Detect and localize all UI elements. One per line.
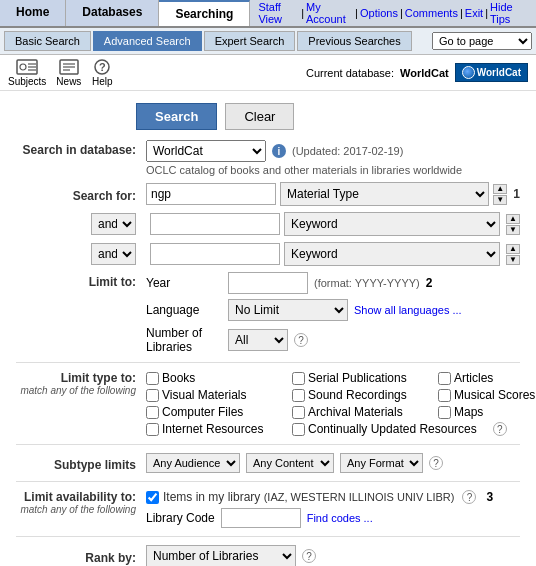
row3-arrows[interactable]: ▲ ▼ <box>506 244 520 265</box>
row1-num: 1 <box>513 187 520 201</box>
lib-code-input[interactable] <box>221 508 301 528</box>
comments-link[interactable]: Comments <box>405 7 458 19</box>
tab-home[interactable]: Home <box>0 0 66 26</box>
audience-select[interactable]: Any Audience Juvenile Young Adult <box>146 453 240 473</box>
rank-by-select[interactable]: Number of Libraries Date Author Title <box>146 545 296 566</box>
avail-num-label: 3 <box>486 490 493 504</box>
search-input-3[interactable] <box>150 243 280 265</box>
arrow-down-3[interactable]: ▼ <box>506 255 520 265</box>
help-icon-item[interactable]: ? Help <box>91 58 113 87</box>
current-db-label: Current database: <box>306 67 394 79</box>
cb-articles-label: Articles <box>454 371 493 385</box>
clear-button-top[interactable]: Clear <box>225 103 294 130</box>
arrow-up-1[interactable]: ▲ <box>493 184 507 194</box>
limit-type-label: Limit type to: <box>16 371 136 385</box>
cb-serial-label: Serial Publications <box>308 371 407 385</box>
database-select[interactable]: WorldCat <box>146 140 266 162</box>
news-icon-item[interactable]: News <box>56 58 81 87</box>
subtab-advanced[interactable]: Advanced Search <box>93 31 202 51</box>
find-codes-link[interactable]: Find codes ... <box>307 512 373 524</box>
cb-internet-label: Internet Resources <box>162 422 263 436</box>
search-for-label: Search for: <box>16 186 146 203</box>
search-type-select-2[interactable]: Keyword <box>284 212 500 236</box>
goto-select[interactable]: Go to page <box>432 32 532 50</box>
subtype-help-icon[interactable]: ? <box>429 456 443 470</box>
help-label: Help <box>92 76 113 87</box>
worldcat-globe-icon <box>462 66 475 79</box>
cb-visual[interactable] <box>146 389 159 402</box>
cb-books-label: Books <box>162 371 195 385</box>
avail-help-icon[interactable]: ? <box>462 490 476 504</box>
num-libraries-label: Number of Libraries <box>146 326 222 354</box>
subjects-icon <box>16 58 38 76</box>
arrow-up-3[interactable]: ▲ <box>506 244 520 254</box>
subtab-expert[interactable]: Expert Search <box>204 31 296 51</box>
format-select[interactable]: Any Format Print Online <box>340 453 423 473</box>
cb-sound[interactable] <box>292 389 305 402</box>
year-num-label: 2 <box>426 276 433 290</box>
db-description: OCLC catalog of books and other material… <box>146 164 520 176</box>
cb-internet[interactable] <box>146 423 159 436</box>
search-button-top[interactable]: Search <box>136 103 217 130</box>
cb-continually[interactable] <box>292 423 305 436</box>
rank-by-label: Rank by: <box>16 548 146 565</box>
show-all-languages-link[interactable]: Show all languages ... <box>354 304 462 316</box>
year-label: Year <box>146 276 222 290</box>
connector-select-2[interactable]: and or not <box>91 213 136 235</box>
year-input[interactable] <box>228 272 308 294</box>
arrow-down-2[interactable]: ▼ <box>506 225 520 235</box>
current-db-name: WorldCat <box>400 67 449 79</box>
num-libraries-help-icon[interactable]: ? <box>294 333 308 347</box>
search-input-2[interactable] <box>150 213 280 235</box>
search-type-select-3[interactable]: Keyword <box>284 242 500 266</box>
avail-sublabel: match any of the following <box>16 504 136 515</box>
items-in-library-cb[interactable] <box>146 491 159 504</box>
exit-link[interactable]: Exit <box>465 7 483 19</box>
limit-to-label: Limit to: <box>16 272 146 289</box>
my-account-link[interactable]: My Account <box>306 1 353 25</box>
content-select[interactable]: Any Content Fictional Non-fictional <box>246 453 334 473</box>
news-icon <box>58 58 80 76</box>
limit-type-help-icon[interactable]: ? <box>493 422 507 436</box>
cb-maps-label: Maps <box>454 405 483 419</box>
connector-label-2: and or not <box>16 213 146 235</box>
row2-arrows[interactable]: ▲ ▼ <box>506 214 520 235</box>
cb-computer[interactable] <box>146 406 159 419</box>
cb-sound-label: Sound Recordings <box>308 388 407 402</box>
arrow-up-2[interactable]: ▲ <box>506 214 520 224</box>
search-input-1[interactable] <box>146 183 276 205</box>
cb-maps[interactable] <box>438 406 451 419</box>
connector-select-3[interactable]: and or not <box>91 243 136 265</box>
cb-serial[interactable] <box>292 372 305 385</box>
hide-tips-link[interactable]: Hide Tips <box>490 1 528 25</box>
avail-label: Limit availability to: <box>16 490 136 504</box>
subtype-label: Subtype limits <box>16 455 146 472</box>
news-label: News <box>56 76 81 87</box>
options-link[interactable]: Options <box>360 7 398 19</box>
row1-arrows[interactable]: ▲ ▼ <box>493 184 507 205</box>
worldcat-badge: WorldCat <box>455 63 528 82</box>
rank-help-icon[interactable]: ? <box>302 549 316 563</box>
staff-view-link[interactable]: Staff View <box>258 1 299 25</box>
cb-musical-label: Musical Scores <box>454 388 535 402</box>
subtab-basic[interactable]: Basic Search <box>4 31 91 51</box>
limit-type-sublabel: match any of the following <box>16 385 136 396</box>
cb-visual-label: Visual Materials <box>162 388 246 402</box>
svg-point-1 <box>20 64 26 70</box>
subjects-label: Subjects <box>8 76 46 87</box>
svg-text:?: ? <box>99 61 106 73</box>
cb-books[interactable] <box>146 372 159 385</box>
cb-archival[interactable] <box>292 406 305 419</box>
search-type-select-1[interactable]: Material Type <box>280 182 489 206</box>
arrow-down-1[interactable]: ▼ <box>493 195 507 205</box>
cb-articles[interactable] <box>438 372 451 385</box>
language-select[interactable]: No Limit English French <box>228 299 348 321</box>
tab-databases[interactable]: Databases <box>66 0 159 26</box>
tab-searching[interactable]: Searching <box>159 0 250 26</box>
connector-label-3: and or not <box>16 243 146 265</box>
subtab-previous[interactable]: Previous Searches <box>297 31 411 51</box>
cb-musical[interactable] <box>438 389 451 402</box>
num-libraries-select[interactable]: All 1 5 10 <box>228 329 288 351</box>
db-info-icon[interactable]: i <box>272 144 286 158</box>
subjects-icon-item[interactable]: Subjects <box>8 58 46 87</box>
